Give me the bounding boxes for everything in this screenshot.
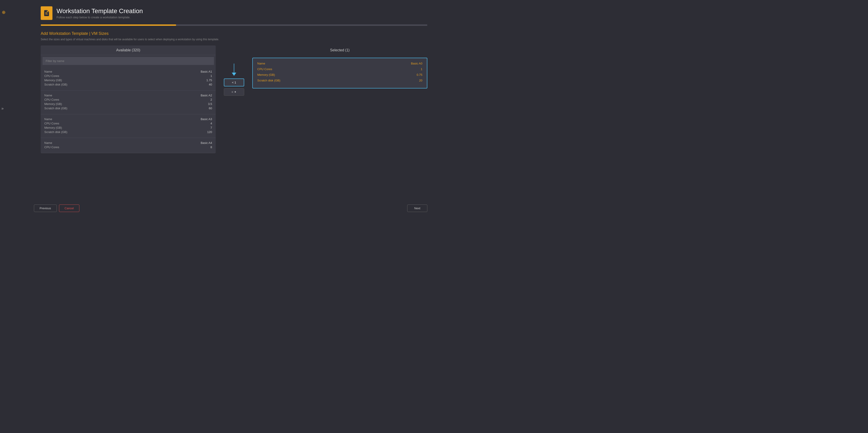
available-panel-title: Available (320) xyxy=(41,46,216,55)
vm-disk-label: Scratch disk (GB) xyxy=(44,107,67,110)
filter-input[interactable] xyxy=(42,57,214,65)
vm-name-label: Name xyxy=(44,94,52,97)
list-item[interactable]: Name Basic A2 CPU Cores 2 Memory (GB) 3.… xyxy=(41,90,216,114)
vm-cpu-value: 2 xyxy=(211,98,212,102)
list-item[interactable]: Name Basic A4 CPU Cores 8 xyxy=(41,138,216,153)
vm-disk-label: Scratch disk (GB) xyxy=(44,130,67,134)
vm-mem-value: 1.75 xyxy=(207,79,212,82)
vm-cpu-value: 4 xyxy=(211,122,212,125)
vm-cpu-label: CPU Cores xyxy=(44,122,59,125)
vm-name-value: Basic A1 xyxy=(200,70,212,73)
move-all-button[interactable]: < ✦ xyxy=(224,88,244,96)
vm-name-value: Basic A3 xyxy=(200,117,212,121)
progress-bar-container xyxy=(41,24,427,26)
vm-mem-value: 7 xyxy=(211,126,212,129)
section-subtitle: Select the sizes and types of virtual ma… xyxy=(41,38,427,41)
page-header: Workstation Template Creation Follow eac… xyxy=(41,6,427,20)
vm-disk-value: 40 xyxy=(209,83,212,86)
selected-mem-value: 0.75 xyxy=(417,73,422,77)
page-title: Workstation Template Creation xyxy=(57,7,143,15)
vm-disk-label: Scratch disk (GB) xyxy=(44,83,67,86)
page-subtitle: Follow each step below to create a works… xyxy=(57,16,143,19)
vm-name-value: Basic A2 xyxy=(200,94,212,97)
vm-disk-value: 120 xyxy=(207,130,212,134)
vm-cpu-value: 1 xyxy=(211,74,212,78)
previous-button[interactable]: Previous xyxy=(34,204,57,212)
arrow-line xyxy=(234,64,234,73)
vm-name-label: Name xyxy=(44,70,52,73)
transfer-area: < 1 < ✦ xyxy=(220,46,248,96)
vm-cpu-label: CPU Cores xyxy=(44,145,59,149)
selected-panel: Selected (1) Name Basic A0 CPU Cores 1 M… xyxy=(252,46,427,88)
vm-mem-value: 3.5 xyxy=(208,102,212,106)
selected-name-label: Name xyxy=(257,62,265,65)
selected-name-value: Basic A0 xyxy=(411,62,422,65)
bottom-bar: Previous Cancel Next xyxy=(34,204,427,212)
chevron-right-icon: » xyxy=(1,106,4,111)
vm-mem-label: Memory (GB) xyxy=(44,79,62,82)
selected-item[interactable]: Name Basic A0 CPU Cores 1 Memory (GB) 0.… xyxy=(252,58,427,88)
available-panel: Available (320) Name Basic A1 CPU Cores … xyxy=(41,46,216,153)
selected-panel-title: Selected (1) xyxy=(252,46,427,55)
main-content: Workstation Template Creation Follow eac… xyxy=(34,0,434,216)
list-item[interactable]: Name Basic A3 CPU Cores 4 Memory (GB) 7 … xyxy=(41,114,216,138)
bottom-left-buttons: Previous Cancel xyxy=(34,204,80,212)
selected-mem-label: Memory (GB) xyxy=(257,73,275,77)
vm-name-label: Name xyxy=(44,141,52,145)
cancel-button[interactable]: Cancel xyxy=(59,204,80,212)
selected-cpu-label: CPU Cores xyxy=(257,67,272,71)
panels-container: Available (320) Name Basic A1 CPU Cores … xyxy=(41,46,427,153)
vm-list: Name Basic A1 CPU Cores 1 Memory (GB) 1.… xyxy=(41,67,216,153)
vm-cpu-label: CPU Cores xyxy=(44,98,59,102)
header-text: Workstation Template Creation Follow eac… xyxy=(57,7,143,19)
arrow-container xyxy=(232,64,236,76)
vm-mem-label: Memory (GB) xyxy=(44,102,62,106)
header-icon xyxy=(41,6,53,20)
selected-cpu-value: 1 xyxy=(421,67,422,71)
vm-name-label: Name xyxy=(44,117,52,121)
progress-bar-fill xyxy=(41,24,176,26)
vm-cpu-value: 8 xyxy=(211,145,212,149)
move-selected-button[interactable]: < 1 xyxy=(224,79,244,86)
sidebar-toggle[interactable]: » xyxy=(0,104,5,113)
arrow-head xyxy=(232,73,236,76)
list-item[interactable]: Name Basic A1 CPU Cores 1 Memory (GB) 1.… xyxy=(41,67,216,90)
document-icon xyxy=(43,9,50,17)
selected-disk-value: 20 xyxy=(419,79,422,82)
next-button[interactable]: Next xyxy=(407,204,427,212)
vm-cpu-label: CPU Cores xyxy=(44,74,59,78)
vm-mem-label: Memory (GB) xyxy=(44,126,62,129)
add-icon[interactable]: ⊕ xyxy=(2,9,6,15)
vm-disk-value: 60 xyxy=(209,107,212,110)
vm-name-value: Basic A4 xyxy=(200,141,212,145)
section-title: Add Workstation Template | VM Sizes xyxy=(41,31,427,36)
selected-disk-label: Scratch disk (GB) xyxy=(257,79,280,82)
